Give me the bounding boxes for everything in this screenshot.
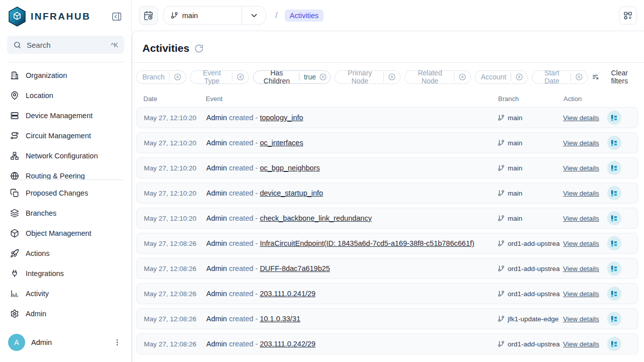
sidebar-item-proposed-changes[interactable]: Proposed Changes <box>0 183 131 203</box>
row-branch: main <box>498 190 563 197</box>
network-icon <box>10 151 19 160</box>
event-target-link[interactable]: oc_bgp_neighbors <box>260 164 319 172</box>
nav-group-secondary: Proposed Changes Branches Object Managem… <box>0 180 131 327</box>
refresh-button[interactable] <box>194 44 204 53</box>
logo-row: INFRAHUB <box>0 0 131 32</box>
event-target-link[interactable]: 203.111.0.242/29 <box>260 340 315 348</box>
view-details-link[interactable]: View details <box>563 215 599 222</box>
event-target-link[interactable]: 10.1.0.33/31 <box>260 315 300 323</box>
row-branch: ord1-add-upstrea <box>498 290 563 298</box>
table-row: May 27, 12:08:26 Admin created - DUFF-8d… <box>136 258 638 279</box>
hierarchy-button[interactable] <box>607 136 621 150</box>
schema-visualizer-button[interactable] <box>619 7 637 25</box>
hierarchy-button[interactable] <box>607 236 621 250</box>
sidebar-item-integrations[interactable]: Integrations <box>0 263 131 284</box>
sidebar-item-label: Network Configuration <box>26 152 98 160</box>
sidebar-item-routing-peering[interactable]: Routing & Peering <box>0 166 131 179</box>
filter-chip-branch[interactable]: Branch <box>136 70 186 84</box>
view-details-link[interactable]: View details <box>563 265 599 273</box>
branch-name: main <box>508 139 522 147</box>
row-verb: created - <box>229 214 260 222</box>
search-input[interactable]: Search ^K <box>7 36 124 54</box>
row-verb: created - <box>229 239 260 247</box>
topbar: main / Activities <box>132 0 644 31</box>
sidebar-item-label: Circuit Management <box>26 132 91 140</box>
sidebar-collapse-button[interactable] <box>110 10 123 23</box>
x-circle-icon[interactable] <box>319 73 327 81</box>
sidebar-item-branches[interactable]: Branches <box>0 203 131 223</box>
breadcrumb-current[interactable]: Activities <box>285 10 324 22</box>
sidebar-item-activity[interactable]: Activity <box>0 284 131 304</box>
sidebar-item-object-management[interactable]: Object Management <box>0 223 131 243</box>
hierarchy-button[interactable] <box>607 312 621 326</box>
user-menu-button[interactable] <box>111 336 123 348</box>
table-row: May 27, 12:08:26 Admin created - 203.111… <box>136 333 638 354</box>
filter-chip-account[interactable]: Account <box>475 70 528 84</box>
view-details-link[interactable]: View details <box>563 315 599 323</box>
clear-filters-button[interactable]: Clear filters <box>592 69 636 85</box>
avatar: A <box>8 334 25 351</box>
view-details-link[interactable]: View details <box>563 139 599 147</box>
branch-selector[interactable]: main <box>163 6 266 25</box>
filter-value-wrap: true <box>299 73 330 81</box>
row-actor: Admin <box>206 239 229 247</box>
sidebar-item-network-configuration[interactable]: Network Configuration <box>0 146 131 166</box>
tree-icon <box>610 240 618 247</box>
git-branch-icon <box>498 164 505 171</box>
sidebar-item-location[interactable]: Location <box>0 85 131 106</box>
event-target-link[interactable]: InfraCircuitEndpoint(ID: 18435a6d-7cd5-a… <box>260 239 474 247</box>
view-details-link[interactable]: View details <box>563 164 599 172</box>
view-details-link[interactable]: View details <box>563 190 599 197</box>
view-details-link[interactable]: View details <box>563 240 599 247</box>
row-event: Admin created - 10.1.0.33/31 <box>206 315 498 323</box>
filter-chip-related-node[interactable]: Related Node <box>405 70 470 84</box>
sidebar-item-admin[interactable]: Admin <box>0 304 131 324</box>
sidebar-item-organization[interactable]: Organization <box>0 65 131 85</box>
hierarchy-button[interactable] <box>607 211 621 225</box>
event-target-link[interactable]: oc_interfaces <box>260 139 303 147</box>
sidebar-item-actions[interactable]: Actions <box>0 243 131 263</box>
user-row[interactable]: A Admin <box>0 328 131 362</box>
app-root: INFRAHUB Search ^K Organization Location… <box>0 0 644 362</box>
row-date: May 27, 12:08:26 <box>144 240 206 247</box>
sidebar-item-label: Proposed Changes <box>26 189 88 197</box>
table-row: May 27, 12:08:26 Admin created - 203.111… <box>136 283 638 304</box>
filter-chip-primary-node[interactable]: Primary Node <box>335 70 400 84</box>
sidebar-item-circuit-management[interactable]: Circuit Management <box>0 126 131 146</box>
filter-chip-event-type[interactable]: Event Type <box>190 70 249 84</box>
filters-row: Branch Event Type Has Children true Prim… <box>132 63 644 90</box>
plus-circle-icon <box>571 73 587 81</box>
sidebar-item-device-management[interactable]: Device Management <box>0 106 131 126</box>
branch-selector-toggle[interactable] <box>242 7 266 25</box>
branch-selector-value: main <box>164 7 242 25</box>
row-branch: ord1-add-upstrea <box>498 340 563 348</box>
row-event: Admin created - 203.111.0.241/29 <box>206 290 498 298</box>
row-actor: Admin <box>206 340 229 348</box>
table-row: May 27, 12:08:26 Admin created - InfraCi… <box>136 233 638 254</box>
hierarchy-button[interactable] <box>607 261 621 276</box>
hierarchy-button[interactable] <box>607 186 621 200</box>
table-row: May 27, 12:10:20 Admin created - oc_bgp_… <box>136 157 638 178</box>
hierarchy-button[interactable] <box>607 337 621 351</box>
filter-label: Has Children <box>254 69 299 85</box>
filter-chip-start-date[interactable]: Start Date <box>532 70 587 84</box>
view-details-link[interactable]: View details <box>563 340 599 348</box>
time-travel-button[interactable] <box>139 6 158 25</box>
row-verb: created - <box>229 164 260 172</box>
plus-circle-icon <box>169 73 186 81</box>
view-details-link[interactable]: View details <box>563 290 599 298</box>
activities-table: Date Event Branch Action May 27, 12:10:2… <box>132 90 644 362</box>
event-target-link[interactable]: device_startup_info <box>260 189 323 197</box>
event-target-link[interactable]: topology_info <box>260 114 303 122</box>
event-target-link[interactable]: DUFF-8dac7a619b25 <box>260 264 330 273</box>
hierarchy-button[interactable] <box>607 111 621 125</box>
event-target-link[interactable]: 203.111.0.241/29 <box>260 290 315 298</box>
column-header-action: Action <box>564 95 631 103</box>
filter-chip-has-children[interactable]: Has Children true <box>253 70 331 84</box>
search-placeholder: Search <box>27 41 106 49</box>
hierarchy-button[interactable] <box>607 161 621 175</box>
row-branch: jfk1-update-edge <box>498 315 563 323</box>
event-target-link[interactable]: check_backbone_link_redundancy <box>260 214 372 222</box>
hierarchy-button[interactable] <box>607 287 621 301</box>
view-details-link[interactable]: View details <box>563 114 599 122</box>
